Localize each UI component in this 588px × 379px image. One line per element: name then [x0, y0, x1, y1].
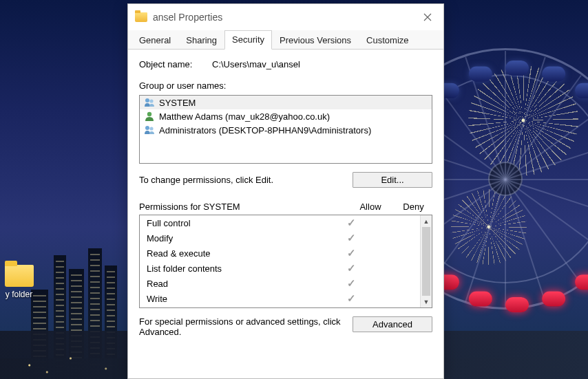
object-name-label: Object name: — [139, 59, 212, 69]
user-list[interactable]: SYSTEMMatthew Adams (mav_uk28@yahoo.co.u… — [139, 95, 432, 164]
group-user-label: Group or user names: — [139, 80, 432, 91]
folder-icon — [5, 265, 34, 287]
svg-point-4 — [149, 127, 153, 130]
svg-point-1 — [149, 99, 153, 102]
user-name: Administrators (DESKTOP-8PHHAN9\Administ… — [159, 125, 371, 136]
user-list-item[interactable]: SYSTEM — [140, 96, 432, 109]
svg-point-2 — [147, 112, 151, 116]
user-name: Matthew Adams (mav_uk28@yahoo.co.uk) — [159, 111, 330, 122]
permission-allow: ✓ — [327, 232, 375, 244]
permission-name: Read — [147, 279, 327, 289]
titlebar[interactable]: ansel Properties — [128, 4, 443, 30]
tab-customize[interactable]: Customize — [359, 31, 416, 50]
deny-column-header: Deny — [395, 202, 432, 212]
edit-button[interactable]: Edit... — [353, 172, 432, 188]
permission-allow: ✓ — [327, 277, 375, 290]
permission-allow: ✓ — [327, 217, 375, 229]
permissions-header: Permissions for SYSTEM — [139, 202, 346, 212]
scroll-thumb[interactable] — [422, 227, 430, 296]
user-name: SYSTEM — [159, 98, 196, 108]
scroll-up-icon[interactable]: ▲ — [421, 215, 432, 227]
permission-name: List folder contents — [147, 263, 327, 274]
tab-general[interactable]: General — [132, 31, 178, 50]
scrollbar[interactable]: ▲ ▼ — [420, 215, 432, 307]
close-icon — [423, 13, 432, 21]
user-list-item[interactable]: Matthew Adams (mav_uk28@yahoo.co.uk) — [140, 109, 432, 123]
permission-row[interactable]: Full control✓ — [140, 215, 420, 230]
desktop-folder-label: y folder — [0, 290, 38, 299]
svg-point-3 — [145, 126, 149, 130]
properties-dialog: ansel Properties General Sharing Securit… — [127, 3, 444, 379]
user-icon — [144, 111, 155, 122]
advanced-hint: For special permissions or advanced sett… — [139, 316, 346, 337]
folder-icon — [135, 12, 147, 22]
permission-row[interactable]: Write✓ — [140, 291, 420, 306]
permission-allow: ✓ — [327, 292, 375, 305]
window-title: ansel Properties — [153, 12, 412, 23]
desktop-folder[interactable]: y folder — [0, 265, 38, 299]
group-icon — [144, 97, 155, 108]
permissions-list[interactable]: Full control✓Modify✓Read & execute✓List … — [139, 215, 432, 308]
edit-hint: To change permissions, click Edit. — [139, 175, 353, 185]
permission-allow: ✓ — [327, 247, 375, 259]
permission-name: Full control — [147, 218, 327, 228]
permission-row[interactable]: List folder contents✓ — [140, 261, 420, 276]
object-name-value: C:\Users\mav_u\ansel — [212, 59, 432, 69]
group-icon — [144, 124, 155, 136]
advanced-button[interactable]: Advanced — [353, 316, 432, 332]
scroll-down-icon[interactable]: ▼ — [421, 296, 432, 307]
permission-row[interactable]: Modify✓ — [140, 230, 420, 246]
permission-allow: ✓ — [327, 262, 375, 274]
tab-strip: General Sharing Security Previous Versio… — [128, 30, 443, 50]
permission-row[interactable]: Read & execute✓ — [140, 246, 420, 261]
tab-sharing[interactable]: Sharing — [178, 31, 224, 50]
user-list-item[interactable]: Administrators (DESKTOP-8PHHAN9\Administ… — [140, 123, 432, 137]
allow-column-header: Allow — [346, 202, 395, 212]
permission-name: Write — [147, 294, 327, 304]
tab-security[interactable]: Security — [224, 30, 272, 50]
tab-previous-versions[interactable]: Previous Versions — [272, 31, 359, 50]
security-panel: Object name: C:\Users\mav_u\ansel Group … — [128, 50, 443, 378]
svg-point-0 — [145, 98, 149, 102]
permission-name: Read & execute — [147, 248, 327, 259]
permission-row[interactable]: Read✓ — [140, 276, 420, 291]
permission-name: Modify — [147, 233, 327, 243]
close-button[interactable] — [412, 4, 443, 30]
